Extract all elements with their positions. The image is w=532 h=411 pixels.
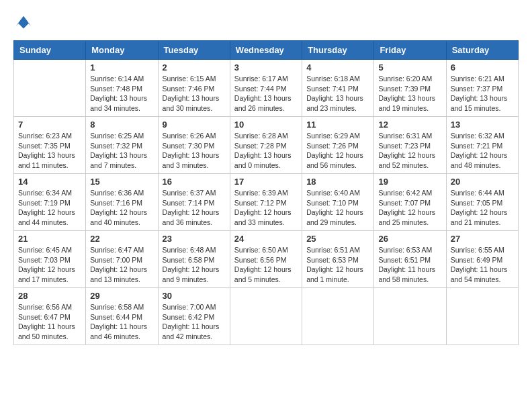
day-number: 2 xyxy=(163,62,226,73)
logo-icon xyxy=(13,13,34,34)
day-number: 28 xyxy=(18,291,81,301)
day-info: Sunrise: 6:40 AM Sunset: 7:10 PM Dayligh… xyxy=(306,188,369,228)
calendar-cell: 27Sunrise: 6:55 AM Sunset: 6:49 PM Dayli… xyxy=(446,231,518,288)
calendar-cell xyxy=(230,288,302,345)
day-info: Sunrise: 6:56 AM Sunset: 6:47 PM Dayligh… xyxy=(18,302,81,342)
day-info: Sunrise: 7:00 AM Sunset: 6:42 PM Dayligh… xyxy=(163,302,226,342)
calendar-cell xyxy=(446,288,518,345)
calendar-cell: 15Sunrise: 6:36 AM Sunset: 7:16 PM Dayli… xyxy=(86,174,158,231)
header-row: SundayMondayTuesdayWednesdayThursdayFrid… xyxy=(14,41,519,60)
day-info: Sunrise: 6:37 AM Sunset: 7:14 PM Dayligh… xyxy=(163,188,226,228)
day-info: Sunrise: 6:21 AM Sunset: 7:37 PM Dayligh… xyxy=(451,74,514,113)
day-number: 20 xyxy=(451,177,514,187)
day-number: 21 xyxy=(18,234,81,244)
week-row-4: 21Sunrise: 6:45 AM Sunset: 7:03 PM Dayli… xyxy=(14,231,519,288)
day-number: 3 xyxy=(234,62,298,73)
day-number: 11 xyxy=(306,120,369,130)
calendar-cell: 19Sunrise: 6:42 AM Sunset: 7:07 PM Dayli… xyxy=(374,174,446,231)
calendar-cell: 13Sunrise: 6:32 AM Sunset: 7:21 PM Dayli… xyxy=(446,117,518,174)
day-info: Sunrise: 6:23 AM Sunset: 7:35 PM Dayligh… xyxy=(18,131,81,171)
day-info: Sunrise: 6:51 AM Sunset: 6:53 PM Dayligh… xyxy=(306,245,369,285)
day-number: 8 xyxy=(90,120,153,130)
day-info: Sunrise: 6:48 AM Sunset: 6:58 PM Dayligh… xyxy=(163,245,226,285)
day-number: 30 xyxy=(163,291,226,301)
week-row-3: 14Sunrise: 6:34 AM Sunset: 7:19 PM Dayli… xyxy=(14,174,519,231)
calendar-cell: 7Sunrise: 6:23 AM Sunset: 7:35 PM Daylig… xyxy=(14,117,86,174)
day-info: Sunrise: 6:20 AM Sunset: 7:39 PM Dayligh… xyxy=(378,74,441,113)
day-header-saturday: Saturday xyxy=(446,41,518,60)
day-number: 14 xyxy=(18,177,81,187)
calendar-table: SundayMondayTuesdayWednesdayThursdayFrid… xyxy=(13,40,519,345)
day-info: Sunrise: 6:55 AM Sunset: 6:49 PM Dayligh… xyxy=(451,245,514,285)
calendar-cell: 21Sunrise: 6:45 AM Sunset: 7:03 PM Dayli… xyxy=(14,231,86,288)
calendar-cell: 4Sunrise: 6:18 AM Sunset: 7:41 PM Daylig… xyxy=(302,60,374,117)
day-number: 29 xyxy=(90,291,153,301)
calendar-cell xyxy=(302,288,374,345)
calendar-cell xyxy=(14,60,86,117)
calendar-cell: 29Sunrise: 6:58 AM Sunset: 6:44 PM Dayli… xyxy=(86,288,158,345)
calendar-cell: 14Sunrise: 6:34 AM Sunset: 7:19 PM Dayli… xyxy=(14,174,86,231)
day-number: 5 xyxy=(378,62,441,73)
day-info: Sunrise: 6:45 AM Sunset: 7:03 PM Dayligh… xyxy=(18,245,81,285)
calendar-cell: 3Sunrise: 6:17 AM Sunset: 7:44 PM Daylig… xyxy=(230,60,302,117)
day-info: Sunrise: 6:58 AM Sunset: 6:44 PM Dayligh… xyxy=(90,302,153,342)
calendar-cell: 17Sunrise: 6:39 AM Sunset: 7:12 PM Dayli… xyxy=(230,174,302,231)
calendar-cell: 23Sunrise: 6:48 AM Sunset: 6:58 PM Dayli… xyxy=(158,231,230,288)
day-number: 4 xyxy=(306,62,369,73)
day-number: 18 xyxy=(306,177,369,187)
day-info: Sunrise: 6:53 AM Sunset: 6:51 PM Dayligh… xyxy=(378,245,441,285)
day-header-wednesday: Wednesday xyxy=(230,41,302,60)
logo xyxy=(13,13,36,34)
day-number: 1 xyxy=(90,62,153,73)
day-info: Sunrise: 6:17 AM Sunset: 7:44 PM Dayligh… xyxy=(234,74,298,113)
day-info: Sunrise: 6:28 AM Sunset: 7:28 PM Dayligh… xyxy=(234,131,298,171)
day-info: Sunrise: 6:42 AM Sunset: 7:07 PM Dayligh… xyxy=(378,188,441,228)
day-info: Sunrise: 6:44 AM Sunset: 7:05 PM Dayligh… xyxy=(451,188,514,228)
calendar-cell: 24Sunrise: 6:50 AM Sunset: 6:56 PM Dayli… xyxy=(230,231,302,288)
day-number: 26 xyxy=(378,234,441,244)
day-number: 7 xyxy=(18,120,81,130)
calendar-cell: 11Sunrise: 6:29 AM Sunset: 7:26 PM Dayli… xyxy=(302,117,374,174)
calendar-cell: 22Sunrise: 6:47 AM Sunset: 7:00 PM Dayli… xyxy=(86,231,158,288)
calendar-cell: 2Sunrise: 6:15 AM Sunset: 7:46 PM Daylig… xyxy=(158,60,230,117)
day-header-thursday: Thursday xyxy=(302,41,374,60)
day-info: Sunrise: 6:26 AM Sunset: 7:30 PM Dayligh… xyxy=(163,131,226,171)
calendar-cell: 12Sunrise: 6:31 AM Sunset: 7:23 PM Dayli… xyxy=(374,117,446,174)
day-number: 16 xyxy=(163,177,226,187)
calendar-cell: 28Sunrise: 6:56 AM Sunset: 6:47 PM Dayli… xyxy=(14,288,86,345)
day-header-tuesday: Tuesday xyxy=(158,41,230,60)
calendar-cell: 26Sunrise: 6:53 AM Sunset: 6:51 PM Dayli… xyxy=(374,231,446,288)
calendar-cell: 6Sunrise: 6:21 AM Sunset: 7:37 PM Daylig… xyxy=(446,60,518,117)
day-number: 17 xyxy=(234,177,298,187)
day-info: Sunrise: 6:50 AM Sunset: 6:56 PM Dayligh… xyxy=(234,245,298,285)
day-number: 19 xyxy=(378,177,441,187)
day-header-sunday: Sunday xyxy=(14,41,86,60)
day-info: Sunrise: 6:39 AM Sunset: 7:12 PM Dayligh… xyxy=(234,188,298,228)
day-number: 22 xyxy=(90,234,153,244)
day-info: Sunrise: 6:14 AM Sunset: 7:48 PM Dayligh… xyxy=(90,74,153,113)
week-row-5: 28Sunrise: 6:56 AM Sunset: 6:47 PM Dayli… xyxy=(14,288,519,345)
calendar-cell: 16Sunrise: 6:37 AM Sunset: 7:14 PM Dayli… xyxy=(158,174,230,231)
week-row-1: 1Sunrise: 6:14 AM Sunset: 7:48 PM Daylig… xyxy=(14,60,519,117)
calendar-cell: 5Sunrise: 6:20 AM Sunset: 7:39 PM Daylig… xyxy=(374,60,446,117)
day-info: Sunrise: 6:29 AM Sunset: 7:26 PM Dayligh… xyxy=(306,131,369,171)
day-number: 27 xyxy=(451,234,514,244)
day-info: Sunrise: 6:31 AM Sunset: 7:23 PM Dayligh… xyxy=(378,131,441,171)
calendar-cell: 18Sunrise: 6:40 AM Sunset: 7:10 PM Dayli… xyxy=(302,174,374,231)
calendar-cell: 20Sunrise: 6:44 AM Sunset: 7:05 PM Dayli… xyxy=(446,174,518,231)
day-header-friday: Friday xyxy=(374,41,446,60)
day-number: 12 xyxy=(378,120,441,130)
day-header-monday: Monday xyxy=(86,41,158,60)
day-number: 24 xyxy=(234,234,298,244)
calendar-cell: 9Sunrise: 6:26 AM Sunset: 7:30 PM Daylig… xyxy=(158,117,230,174)
svg-marker-0 xyxy=(16,16,32,29)
page-header xyxy=(13,13,519,34)
day-number: 25 xyxy=(306,234,369,244)
calendar-cell: 8Sunrise: 6:25 AM Sunset: 7:32 PM Daylig… xyxy=(86,117,158,174)
day-info: Sunrise: 6:15 AM Sunset: 7:46 PM Dayligh… xyxy=(163,74,226,113)
day-number: 6 xyxy=(451,62,514,73)
day-info: Sunrise: 6:36 AM Sunset: 7:16 PM Dayligh… xyxy=(90,188,153,228)
day-number: 23 xyxy=(163,234,226,244)
day-info: Sunrise: 6:18 AM Sunset: 7:41 PM Dayligh… xyxy=(306,74,369,113)
day-info: Sunrise: 6:47 AM Sunset: 7:00 PM Dayligh… xyxy=(90,245,153,285)
